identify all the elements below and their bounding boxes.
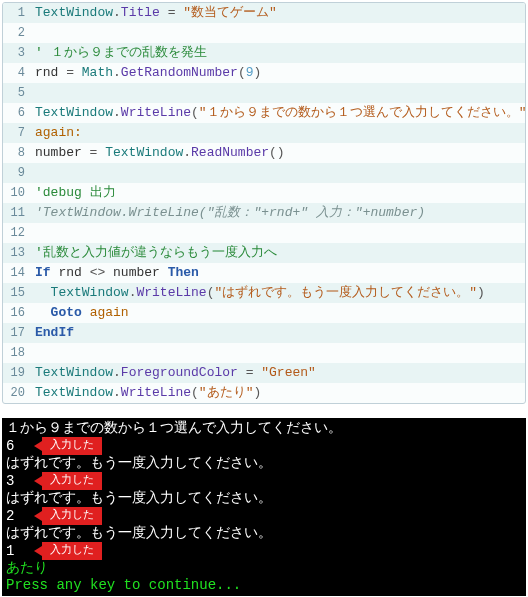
code-content: again:	[31, 124, 82, 142]
code-content: 'debug 出力	[31, 184, 116, 202]
line-number: 15	[3, 284, 31, 302]
code-line[interactable]: 19TextWindow.ForegroundColor = "Green"	[3, 363, 525, 383]
code-line[interactable]: 20TextWindow.WriteLine("あたり")	[3, 383, 525, 403]
line-number: 16	[3, 304, 31, 322]
line-number: 9	[3, 164, 31, 182]
code-line[interactable]: 1TextWindow.Title = "数当てゲーム"	[3, 3, 525, 23]
code-editor[interactable]: 1TextWindow.Title = "数当てゲーム"23' １から９までの乱…	[2, 2, 526, 404]
input-badge: 入力した	[42, 437, 102, 455]
code-line[interactable]: 3' １から９までの乱数を発生	[3, 43, 525, 63]
code-content: 'TextWindow.WriteLine("乱数："+rnd+" 入力："+n…	[31, 204, 425, 222]
code-content: TextWindow.WriteLine("１から９までの数から１つ選んで入力し…	[31, 104, 526, 122]
code-line[interactable]: 13'乱数と入力値が違うならもう一度入力へ	[3, 243, 525, 263]
console-line: 2 入力した	[2, 507, 526, 525]
code-line[interactable]: 18	[3, 343, 525, 363]
code-content: rnd = Math.GetRandomNumber(9)	[31, 64, 261, 82]
code-line[interactable]: 5	[3, 83, 525, 103]
code-content: '乱数と入力値が違うならもう一度入力へ	[31, 244, 277, 262]
code-content: TextWindow.WriteLine("はずれです。もう一度入力してください…	[31, 284, 485, 302]
console-line: 6 入力した	[2, 437, 526, 455]
line-number: 11	[3, 204, 31, 222]
code-line[interactable]: 11'TextWindow.WriteLine("乱数："+rnd+" 入力："…	[3, 203, 525, 223]
code-content: Goto again	[31, 304, 129, 322]
input-badge: 入力した	[42, 542, 102, 560]
line-number: 5	[3, 84, 31, 102]
line-number: 18	[3, 344, 31, 362]
console-output: １から９までの数から１つ選んで入力してください。6 入力したはずれです。もう一度…	[2, 418, 526, 596]
code-line[interactable]: 9	[3, 163, 525, 183]
line-number: 10	[3, 184, 31, 202]
line-number: 12	[3, 224, 31, 242]
code-line[interactable]: 14If rnd <> number Then	[3, 263, 525, 283]
line-number: 8	[3, 144, 31, 162]
code-line[interactable]: 17EndIf	[3, 323, 525, 343]
code-line[interactable]: 10'debug 出力	[3, 183, 525, 203]
line-number: 3	[3, 44, 31, 62]
console-line: はずれです。もう一度入力してください。	[2, 455, 526, 472]
input-badge: 入力した	[42, 472, 102, 490]
line-number: 4	[3, 64, 31, 82]
code-line[interactable]: 4rnd = Math.GetRandomNumber(9)	[3, 63, 525, 83]
line-number: 19	[3, 364, 31, 382]
console-line: はずれです。もう一度入力してください。	[2, 490, 526, 507]
console-line: 3 入力した	[2, 472, 526, 490]
line-number: 2	[3, 24, 31, 42]
console-line: Press any key to continue...	[2, 577, 526, 594]
console-line: はずれです。もう一度入力してください。	[2, 525, 526, 542]
line-number: 6	[3, 104, 31, 122]
line-number: 17	[3, 324, 31, 342]
input-badge: 入力した	[42, 507, 102, 525]
code-content: TextWindow.WriteLine("あたり")	[31, 384, 261, 402]
code-content: ' １から９までの乱数を発生	[31, 44, 207, 62]
console-line: あたり	[2, 560, 526, 577]
code-content: TextWindow.Title = "数当てゲーム"	[31, 4, 277, 22]
line-number: 13	[3, 244, 31, 262]
line-number: 20	[3, 384, 31, 402]
console-line: 1 入力した	[2, 542, 526, 560]
code-line[interactable]: 6TextWindow.WriteLine("１から９までの数から１つ選んで入力…	[3, 103, 525, 123]
code-line[interactable]: 2	[3, 23, 525, 43]
code-content: EndIf	[31, 324, 74, 342]
line-number: 7	[3, 124, 31, 142]
code-line[interactable]: 15 TextWindow.WriteLine("はずれです。もう一度入力してく…	[3, 283, 525, 303]
code-line[interactable]: 12	[3, 223, 525, 243]
code-line[interactable]: 8number = TextWindow.ReadNumber()	[3, 143, 525, 163]
code-content: TextWindow.ForegroundColor = "Green"	[31, 364, 316, 382]
code-line[interactable]: 7again:	[3, 123, 525, 143]
code-line[interactable]: 16 Goto again	[3, 303, 525, 323]
code-content: number = TextWindow.ReadNumber()	[31, 144, 285, 162]
line-number: 14	[3, 264, 31, 282]
console-line: １から９までの数から１つ選んで入力してください。	[2, 420, 526, 437]
line-number: 1	[3, 4, 31, 22]
code-content: If rnd <> number Then	[31, 264, 199, 282]
